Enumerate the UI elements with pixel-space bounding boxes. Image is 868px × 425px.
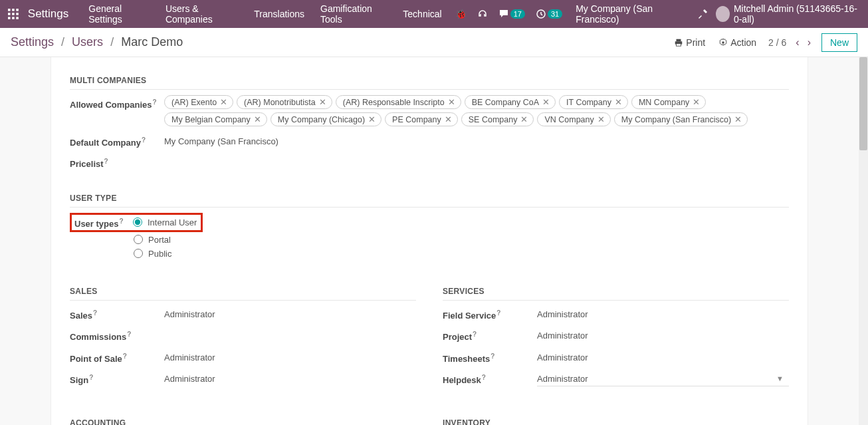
svg-point-13 (722, 41, 724, 44)
tools-icon[interactable] (692, 9, 713, 19)
crumb-settings[interactable]: Settings (11, 35, 54, 49)
value-default-company[interactable]: My Company (San Francisco) (164, 133, 789, 146)
print-icon (674, 38, 683, 47)
field-label: Timesheets? (443, 349, 537, 364)
radio-label-public: Public (148, 249, 171, 259)
company-tag[interactable]: VN Company✕ (537, 112, 610, 126)
section-accounting: ACCOUNTING (70, 413, 416, 425)
company-tag[interactable]: My Belgian Company✕ (164, 112, 267, 126)
label-user-types: User types? (74, 216, 133, 229)
label-default-company: Default Company? (70, 133, 164, 148)
top-navbar: Settings General Settings Users & Compan… (0, 0, 868, 28)
company-tag[interactable]: (AR) Monotributista✕ (237, 95, 332, 109)
field-value[interactable]: Administrator (537, 306, 789, 320)
company-tag[interactable]: My Company (Chicago)✕ (271, 112, 381, 126)
radio-portal[interactable] (134, 235, 143, 244)
gear-icon (718, 38, 728, 47)
messages-badge: 17 (510, 9, 525, 19)
label-allowed-companies: Allowed Companies? (70, 95, 164, 110)
svg-rect-5 (16, 13, 19, 15)
field-label: Field Service? (443, 306, 537, 321)
messages-icon[interactable]: 17 (493, 9, 530, 19)
company-tag[interactable]: BE Company CoA✕ (465, 95, 556, 109)
label-pricelist: Pricelist? (70, 154, 164, 169)
tag-remove-icon[interactable]: ✕ (597, 114, 605, 124)
svg-rect-12 (677, 43, 681, 46)
highlight-user-types: User types? Internal User (70, 213, 203, 232)
scrollbar-track[interactable] (859, 57, 868, 425)
scrollbar-thumb[interactable] (859, 57, 867, 150)
tag-remove-icon[interactable]: ✕ (520, 114, 528, 124)
section-sales: SALES (70, 281, 416, 301)
pager-prev[interactable]: ‹ (792, 37, 803, 49)
tag-remove-icon[interactable]: ✕ (444, 114, 452, 124)
svg-rect-2 (16, 9, 19, 11)
menu-translations[interactable]: Translations (246, 9, 312, 19)
company-tag[interactable]: (AR) Responsable Inscripto✕ (336, 95, 461, 109)
breadcrumb: Settings / Users / Marc Demo (11, 35, 183, 49)
company-switcher[interactable]: My Company (San Francisco) (568, 3, 692, 25)
user-name: Mitchell Admin (51143665-16-0-all) (734, 3, 860, 25)
support-icon[interactable] (472, 9, 493, 19)
pager-text[interactable]: 2 / 6 (763, 37, 792, 48)
action-button[interactable]: Action (712, 37, 763, 48)
print-button[interactable]: Print (667, 37, 712, 48)
tag-remove-icon[interactable]: ✕ (734, 114, 742, 124)
company-tag[interactable]: SE Company✕ (461, 112, 534, 126)
menu-users-companies[interactable]: Users & Companies (158, 3, 246, 25)
tag-remove-icon[interactable]: ✕ (318, 97, 326, 107)
svg-rect-6 (8, 17, 11, 19)
new-button[interactable]: New (821, 33, 857, 52)
tag-remove-icon[interactable]: ✕ (692, 97, 700, 107)
tag-remove-icon[interactable]: ✕ (368, 114, 376, 124)
company-tag[interactable]: MN Company✕ (631, 95, 706, 109)
radio-internal-user[interactable] (133, 217, 142, 227)
field-value[interactable]: Administrator (164, 349, 416, 363)
pager-next[interactable]: › (804, 37, 815, 49)
field-value[interactable]: Administrator (537, 349, 789, 363)
company-tag[interactable]: PE Company✕ (385, 112, 458, 126)
field-label: Project? (443, 327, 537, 342)
svg-rect-8 (16, 17, 19, 19)
company-tag[interactable]: (AR) Exento✕ (164, 95, 233, 109)
section-user-type: USER TYPE (70, 188, 789, 208)
field-value[interactable] (164, 327, 416, 331)
apps-icon[interactable] (8, 8, 19, 20)
activities-icon[interactable]: 31 (530, 9, 568, 19)
tag-remove-icon[interactable]: ✕ (542, 97, 550, 107)
crumb-current: Marc Demo (121, 35, 183, 49)
user-menu[interactable]: Mitchell Admin (51143665-16-0-all) (713, 3, 860, 25)
company-tag[interactable]: My Company (San Francisco)✕ (614, 112, 748, 126)
company-tag[interactable]: IT Company✕ (559, 95, 628, 109)
radio-public[interactable] (134, 249, 143, 258)
tag-remove-icon[interactable]: ✕ (447, 97, 455, 107)
field-value[interactable]: Administrator (164, 306, 416, 320)
field-value[interactable]: Administrator (537, 327, 789, 341)
svg-rect-1 (12, 9, 15, 11)
debug-icon[interactable]: 🐞 (450, 9, 472, 19)
svg-rect-4 (12, 13, 15, 15)
value-pricelist[interactable] (164, 154, 789, 158)
tag-remove-icon[interactable]: ✕ (614, 97, 622, 107)
field-label: Commissions? (70, 327, 164, 342)
section-services: SERVICES (443, 281, 789, 301)
svg-rect-7 (12, 17, 15, 19)
menu-gamification[interactable]: Gamification Tools (312, 3, 395, 25)
tag-remove-icon[interactable]: ✕ (253, 114, 261, 124)
brand-title[interactable]: Settings (28, 7, 68, 21)
tag-remove-icon[interactable]: ✕ (219, 97, 227, 107)
chevron-down-icon: ▼ (776, 374, 789, 382)
field-label: Helpdesk? (443, 370, 537, 385)
radio-label-internal: Internal User (148, 217, 197, 227)
svg-rect-10 (677, 39, 681, 41)
menu-general-settings[interactable]: General Settings (80, 3, 158, 25)
crumb-users[interactable]: Users (72, 35, 103, 49)
field-value[interactable]: Administrator▼ (537, 370, 789, 386)
allowed-companies-tags[interactable]: (AR) Exento✕(AR) Monotributista✕(AR) Res… (164, 95, 789, 126)
activities-badge: 31 (548, 9, 562, 19)
avatar (716, 6, 730, 22)
section-inventory: INVENTORY (443, 413, 789, 425)
field-label: Sales? (70, 306, 164, 321)
menu-technical[interactable]: Technical (395, 9, 449, 19)
field-value[interactable]: Administrator (164, 370, 416, 384)
